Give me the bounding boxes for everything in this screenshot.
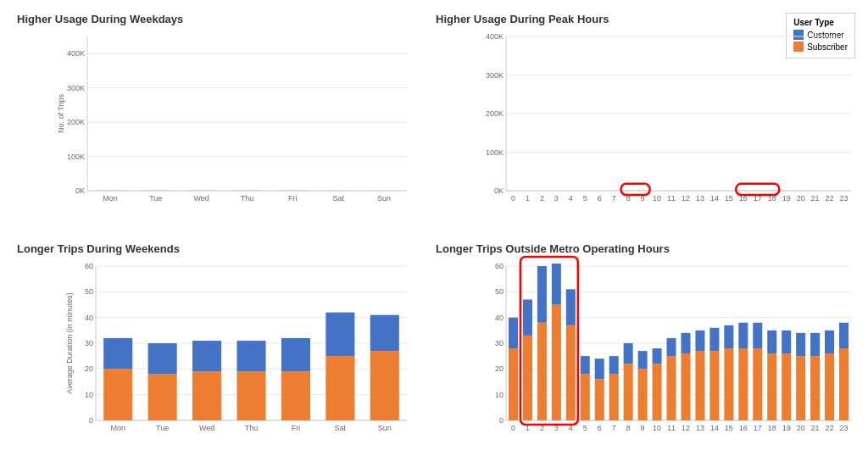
chart-peak-hours: Higher Usage During Peak Hours User Type… [427, 8, 860, 230]
y-axis-label: Average Duration (in minutes) [65, 292, 74, 393]
customer-bar [796, 332, 805, 355]
subscriber-bar [281, 371, 310, 420]
customer-bar [148, 343, 177, 374]
x-tick-label: Sun [378, 424, 392, 432]
customer-bar [681, 332, 690, 353]
x-tick-label: 13 [696, 424, 704, 432]
subscriber-bar [782, 353, 791, 420]
y-tick-label: 400K [67, 49, 85, 58]
x-tick-label: 6 [598, 194, 602, 203]
x-tick-label: 19 [782, 424, 791, 432]
subscriber-bar [681, 353, 690, 420]
y-tick-label: 0 [499, 416, 504, 425]
y-tick-label: 10 [495, 390, 504, 398]
x-tick-label: 7 [612, 424, 616, 432]
x-tick-label: Tue [149, 194, 162, 203]
x-tick-label: 16 [739, 424, 748, 432]
subscriber-bar [595, 379, 604, 420]
x-tick-label: 10 [653, 194, 661, 203]
subscriber-bar [370, 351, 399, 420]
x-tick-label: 6 [598, 424, 602, 432]
customer-bar [326, 312, 354, 356]
x-tick-label: 5 [583, 194, 587, 203]
customer-bar [103, 337, 132, 368]
x-tick-label: 12 [682, 194, 690, 203]
x-tick-label: Mon [110, 424, 125, 432]
legend-title: User Type [793, 18, 848, 27]
customer-bar [595, 359, 604, 379]
chart2-svg: 0K100K200K300K400K0123456789101112131415… [474, 30, 855, 216]
x-tick-label: 9 [641, 424, 645, 432]
x-tick-label: 4 [569, 194, 573, 203]
y-tick-label: 20 [85, 364, 93, 373]
x-tick-label: 7 [612, 194, 616, 203]
x-tick-label: 21 [811, 424, 820, 432]
y-tick-label: 0 [89, 416, 93, 425]
subscriber-bar [810, 356, 820, 420]
x-tick-label: Wed [193, 194, 209, 203]
customer-bar [638, 351, 648, 369]
subscriber-bar [192, 371, 221, 420]
x-tick-label: 11 [667, 194, 676, 203]
chart3-svg: Average Duration (in minutes)01020304050… [64, 259, 411, 446]
customer-bar [609, 356, 619, 374]
x-tick-label: 15 [725, 424, 733, 432]
subscriber-bar [709, 351, 719, 420]
y-tick-label: 0K [75, 186, 85, 195]
customer-bar [839, 322, 849, 347]
y-tick-label: 300K [67, 84, 85, 92]
subscriber-bar [509, 348, 518, 420]
subscriber-bar [148, 374, 177, 420]
x-tick-label: Thu [245, 424, 259, 432]
subscriber-bar [767, 353, 776, 420]
x-tick-label: 21 [811, 194, 820, 203]
subscriber-bar [695, 351, 704, 420]
x-tick-label: Fri [288, 194, 298, 203]
x-tick-label: 23 [840, 194, 849, 203]
chart4-svg: 0102030405060012345678910111213141516171… [474, 259, 855, 446]
customer-bar [738, 322, 748, 347]
y-tick-label: 100K [486, 148, 504, 157]
y-tick-label: 400K [486, 32, 504, 41]
y-tick-label: 50 [85, 287, 93, 296]
customer-bar [566, 289, 576, 325]
subscriber-bar [523, 335, 532, 420]
x-tick-label: 22 [826, 424, 834, 432]
subscriber-bar [566, 325, 576, 420]
customer-bar [653, 348, 662, 364]
x-tick-label: 12 [682, 424, 690, 432]
y-tick-label: 0K [494, 186, 504, 195]
x-tick-label: 8 [626, 424, 631, 432]
x-tick-label: 23 [840, 424, 849, 432]
customer-bar [281, 337, 310, 370]
x-tick-label: 13 [696, 194, 704, 203]
y-tick-label: 200K [67, 118, 85, 126]
subscriber-bar [624, 364, 633, 420]
subscriber-bar [103, 369, 132, 420]
customer-bar [810, 332, 820, 355]
dashboard: Higher Usage During Weekdays No. of Trip… [0, 0, 868, 467]
customer-bar [523, 299, 532, 335]
x-tick-label: Tue [156, 424, 169, 432]
subscriber-bar [653, 364, 662, 420]
y-tick-label: 50 [495, 287, 504, 296]
customer-bar [667, 337, 676, 355]
customer-bar [192, 340, 221, 370]
y-axis-label: No. of Trips [57, 93, 65, 133]
y-tick-label: 60 [495, 262, 504, 270]
subscriber-bar [738, 348, 748, 420]
customer-bar [782, 330, 791, 353]
customer-bar [552, 263, 561, 304]
y-tick-label: 40 [495, 313, 504, 321]
x-tick-label: 20 [797, 424, 805, 432]
y-tick-label: 100K [67, 153, 85, 161]
chart-weekdays: Higher Usage During Weekdays No. of Trip… [8, 8, 419, 230]
y-tick-label: 10 [85, 390, 93, 398]
x-tick-label: Wed [199, 424, 214, 432]
x-tick-label: 22 [826, 194, 834, 203]
customer-bar [767, 330, 776, 353]
customer-bar [370, 314, 399, 350]
x-tick-label: 20 [797, 194, 805, 203]
subscriber-bar [552, 304, 561, 420]
x-tick-label: 0 [511, 424, 515, 432]
